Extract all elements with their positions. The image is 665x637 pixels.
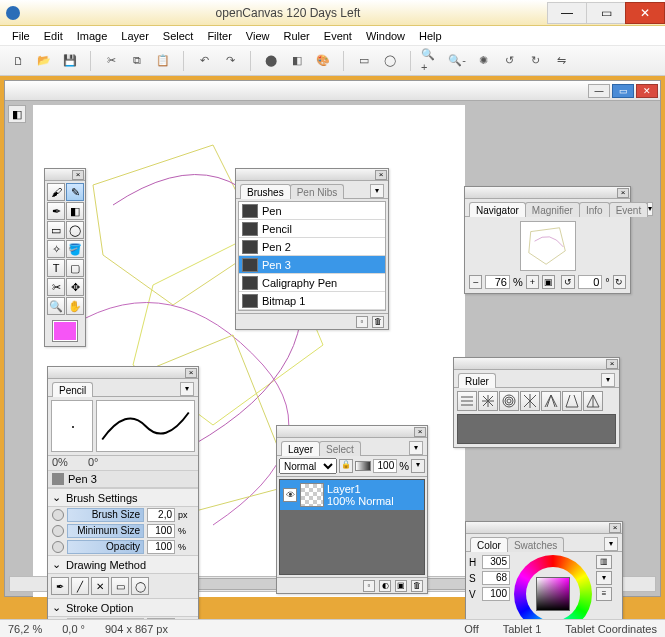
s-value[interactable]: 68 [482, 571, 510, 585]
doc-restore-button[interactable]: ▭ [612, 84, 634, 98]
brush-delete-icon[interactable]: 🗑 [372, 316, 384, 328]
color-close-button[interactable]: × [609, 523, 621, 533]
brush-size-slider[interactable]: Brush Size [67, 508, 144, 522]
brush-new-icon[interactable]: ▫ [356, 316, 368, 328]
layer-new-icon[interactable]: ▫ [363, 580, 375, 592]
tab-layer[interactable]: Layer [281, 441, 320, 456]
navigator-menu-icon[interactable]: ▾ [647, 202, 653, 216]
brush-item-bitmap1[interactable]: Bitmap 1 [239, 292, 385, 310]
navigator-thumbnail[interactable] [520, 221, 576, 271]
opacity-slider[interactable] [355, 461, 371, 471]
cut-icon[interactable]: ✂ [101, 51, 121, 71]
v-value[interactable]: 100 [482, 587, 510, 601]
palette-icon[interactable]: 🎨 [313, 51, 333, 71]
dm-rect-icon[interactable]: ▭ [111, 577, 129, 595]
menu-event[interactable]: Event [318, 28, 358, 44]
layer-menu-icon[interactable]: ▾ [409, 441, 423, 455]
maximize-button[interactable]: ▭ [586, 2, 626, 24]
menu-edit[interactable]: Edit [38, 28, 69, 44]
menu-view[interactable]: View [240, 28, 276, 44]
brushes-close-button[interactable]: × [375, 170, 387, 180]
doc-close-button[interactable]: ✕ [636, 84, 658, 98]
dm-ellipse-icon[interactable]: ◯ [131, 577, 149, 595]
tool-hand[interactable]: ✋ [66, 297, 84, 315]
ruler-menu-icon[interactable]: ▾ [601, 373, 615, 387]
blend-mode-select[interactable]: Normal [279, 458, 337, 474]
pencil-close-button[interactable]: × [185, 368, 197, 378]
zoom-in-icon[interactable]: + [526, 275, 539, 289]
foreground-color-swatch[interactable] [52, 320, 78, 342]
tool-bucket[interactable]: 🪣 [66, 240, 84, 258]
layer-lock-icon[interactable]: 🔒 [339, 459, 353, 473]
layer-close-button[interactable]: × [414, 427, 426, 437]
tab-navigator[interactable]: Navigator [469, 202, 526, 217]
paste-icon[interactable]: 📋 [153, 51, 173, 71]
ruler-vanish3-icon[interactable] [583, 391, 603, 411]
brush-item-pencil[interactable]: Pencil [239, 220, 385, 238]
rotate-cw-icon[interactable]: ↻ [613, 275, 626, 289]
tool-marquee[interactable]: ▭ [47, 221, 65, 239]
brushes-menu-icon[interactable]: ▾ [370, 184, 384, 198]
rotate-ccw-icon[interactable]: ↺ [499, 51, 519, 71]
toolbox-close-button[interactable]: × [72, 170, 84, 180]
tab-ruler[interactable]: Ruler [458, 373, 496, 388]
layer-options-icon[interactable]: ▾ [411, 459, 425, 473]
minsize-pressure-icon[interactable] [52, 525, 64, 537]
layer-mask-icon[interactable]: ◐ [379, 580, 391, 592]
h-value[interactable]: 305 [482, 555, 510, 569]
layer-visibility-icon[interactable]: 👁 [283, 488, 297, 502]
opacity-pressure-icon[interactable] [52, 541, 64, 553]
tab-pen-nibs[interactable]: Pen Nibs [290, 184, 345, 199]
eraser-icon[interactable]: ◧ [287, 51, 307, 71]
angle-value[interactable]: 0 [578, 275, 603, 289]
save-icon[interactable]: 💾 [60, 51, 80, 71]
menu-help[interactable]: Help [413, 28, 448, 44]
zoom-in-icon[interactable]: 🔍+ [421, 51, 441, 71]
zoom-out-icon[interactable]: 🔍- [447, 51, 467, 71]
tab-brushes[interactable]: Brushes [240, 184, 291, 199]
brush-item-pen3[interactable]: Pen 3 [239, 256, 385, 274]
tab-magnifier[interactable]: Magnifier [525, 202, 580, 217]
brush-size-value[interactable]: 2,0 [147, 508, 175, 522]
tab-pencil[interactable]: Pencil [52, 382, 93, 397]
redo-icon[interactable]: ↷ [220, 51, 240, 71]
lasso-icon[interactable]: ◯ [380, 51, 400, 71]
tool-shape[interactable]: ▢ [66, 259, 84, 277]
pencil-menu-icon[interactable]: ▾ [180, 382, 194, 396]
color-square[interactable] [536, 577, 570, 611]
zoom-fit-icon[interactable]: ▣ [542, 275, 555, 289]
tab-select[interactable]: Select [319, 441, 361, 456]
new-icon[interactable]: 🗋 [8, 51, 28, 71]
tool-pen[interactable]: ✒ [47, 202, 65, 220]
doc-minimize-button[interactable]: — [588, 84, 610, 98]
tool-move[interactable]: ✥ [66, 278, 84, 296]
dm-line-icon[interactable]: ╱ [71, 577, 89, 595]
color-picker-icon[interactable]: ▾ [596, 571, 612, 585]
copy-icon[interactable]: ⧉ [127, 51, 147, 71]
rotate-ccw-icon[interactable]: ↺ [561, 275, 574, 289]
section-drawing-method[interactable]: Drawing Method [66, 559, 146, 571]
min-size-slider[interactable]: Minimum Size [67, 524, 144, 538]
fit-icon[interactable]: ✺ [473, 51, 493, 71]
ruler-vanish1-icon[interactable] [541, 391, 561, 411]
section-brush-settings[interactable]: Brush Settings [66, 492, 138, 504]
tool-text[interactable]: T [47, 259, 65, 277]
opacity-value[interactable]: 100 [373, 459, 397, 473]
brush-item-caligraphy[interactable]: Caligraphy Pen [239, 274, 385, 292]
menu-window[interactable]: Window [360, 28, 411, 44]
opacity-slider-brush[interactable]: Opacity [67, 540, 144, 554]
menu-image[interactable]: Image [71, 28, 114, 44]
zoom-out-icon[interactable]: – [469, 275, 482, 289]
ruler-vanish2-icon[interactable] [562, 391, 582, 411]
menu-layer[interactable]: Layer [115, 28, 155, 44]
tab-event[interactable]: Event [609, 202, 649, 217]
dm-cancel-icon[interactable]: ✕ [91, 577, 109, 595]
ruler-cross-icon[interactable] [478, 391, 498, 411]
tool-brush[interactable]: 🖌 [47, 183, 65, 201]
zoom-value[interactable]: 76 [485, 275, 510, 289]
menu-select[interactable]: Select [157, 28, 200, 44]
section-stroke-option[interactable]: Stroke Option [66, 602, 133, 614]
undo-icon[interactable]: ↶ [194, 51, 214, 71]
layer-thumbnail[interactable] [300, 483, 324, 507]
color-history-icon[interactable]: ≡ [596, 587, 612, 601]
